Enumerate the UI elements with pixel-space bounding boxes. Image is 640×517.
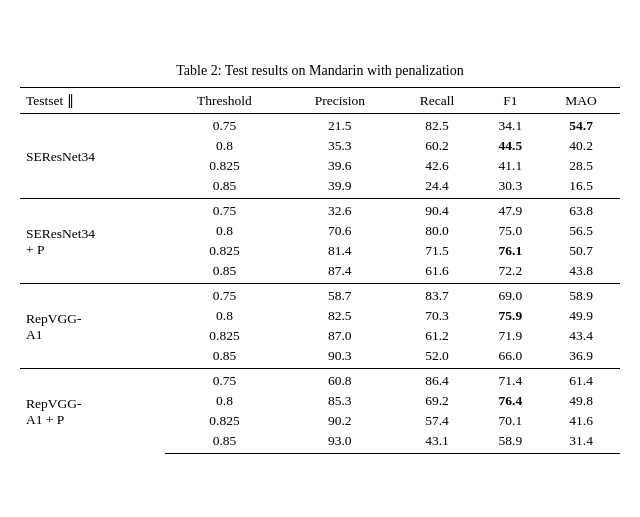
mao-cell: 43.4 — [542, 326, 620, 346]
threshold-cell: 0.8 — [165, 391, 284, 411]
table-row: RepVGG-A10.7558.783.769.058.9 — [20, 284, 620, 307]
threshold-cell: 0.8 — [165, 306, 284, 326]
mao-cell: 41.6 — [542, 411, 620, 431]
recall-cell: 60.2 — [395, 136, 478, 156]
group-label: SEResNet34 — [20, 114, 165, 199]
recall-cell: 80.0 — [395, 221, 478, 241]
table-row: RepVGG-A1 + P0.7560.886.471.461.4 — [20, 369, 620, 392]
f1-cell: 75.9 — [479, 306, 543, 326]
threshold-cell: 0.85 — [165, 176, 284, 199]
precision-cell: 82.5 — [284, 306, 395, 326]
f1-cell: 71.4 — [479, 369, 543, 392]
mao-cell: 56.5 — [542, 221, 620, 241]
threshold-cell: 0.75 — [165, 369, 284, 392]
mao-cell: 61.4 — [542, 369, 620, 392]
f1-cell: 66.0 — [479, 346, 543, 369]
f1-cell: 69.0 — [479, 284, 543, 307]
precision-cell: 58.7 — [284, 284, 395, 307]
precision-cell: 70.6 — [284, 221, 395, 241]
mao-cell: 49.8 — [542, 391, 620, 411]
precision-cell: 35.3 — [284, 136, 395, 156]
recall-cell: 43.1 — [395, 431, 478, 454]
threshold-cell: 0.825 — [165, 156, 284, 176]
recall-cell: 52.0 — [395, 346, 478, 369]
recall-cell: 24.4 — [395, 176, 478, 199]
mao-cell: 36.9 — [542, 346, 620, 369]
precision-cell: 87.4 — [284, 261, 395, 284]
col-header-threshold: Threshold — [165, 88, 284, 114]
mao-cell: 43.8 — [542, 261, 620, 284]
precision-cell: 81.4 — [284, 241, 395, 261]
precision-cell: 60.8 — [284, 369, 395, 392]
f1-cell: 70.1 — [479, 411, 543, 431]
precision-cell: 90.2 — [284, 411, 395, 431]
recall-cell: 82.5 — [395, 114, 478, 137]
recall-cell: 61.2 — [395, 326, 478, 346]
results-table: Testset ∥ThresholdPrecisionRecallF1MAO S… — [20, 87, 620, 454]
recall-cell: 86.4 — [395, 369, 478, 392]
table-row: SEResNet340.7521.582.534.154.7 — [20, 114, 620, 137]
col-header-mao: MAO — [542, 88, 620, 114]
recall-cell: 57.4 — [395, 411, 478, 431]
threshold-cell: 0.85 — [165, 261, 284, 284]
recall-cell: 69.2 — [395, 391, 478, 411]
threshold-cell: 0.825 — [165, 241, 284, 261]
threshold-cell: 0.825 — [165, 326, 284, 346]
recall-cell: 83.7 — [395, 284, 478, 307]
threshold-cell: 0.75 — [165, 199, 284, 222]
f1-cell: 75.0 — [479, 221, 543, 241]
threshold-cell: 0.85 — [165, 346, 284, 369]
recall-cell: 42.6 — [395, 156, 478, 176]
threshold-cell: 0.8 — [165, 136, 284, 156]
threshold-cell: 0.825 — [165, 411, 284, 431]
group-label: SEResNet34+ P — [20, 199, 165, 284]
mao-cell: 49.9 — [542, 306, 620, 326]
recall-cell: 71.5 — [395, 241, 478, 261]
precision-cell: 85.3 — [284, 391, 395, 411]
mao-cell: 63.8 — [542, 199, 620, 222]
f1-cell: 30.3 — [479, 176, 543, 199]
col-header-recall: Recall — [395, 88, 478, 114]
table-row: SEResNet34+ P0.7532.690.447.963.8 — [20, 199, 620, 222]
precision-cell: 21.5 — [284, 114, 395, 137]
f1-cell: 72.2 — [479, 261, 543, 284]
mao-cell: 31.4 — [542, 431, 620, 454]
f1-cell: 76.1 — [479, 241, 543, 261]
mao-cell: 54.7 — [542, 114, 620, 137]
threshold-cell: 0.8 — [165, 221, 284, 241]
f1-cell: 41.1 — [479, 156, 543, 176]
group-label: RepVGG-A1 + P — [20, 369, 165, 454]
f1-cell: 71.9 — [479, 326, 543, 346]
precision-cell: 39.6 — [284, 156, 395, 176]
f1-cell: 34.1 — [479, 114, 543, 137]
precision-cell: 93.0 — [284, 431, 395, 454]
group-label: RepVGG-A1 — [20, 284, 165, 369]
precision-cell: 32.6 — [284, 199, 395, 222]
col-header-testset--: Testset ∥ — [20, 88, 165, 114]
precision-cell: 87.0 — [284, 326, 395, 346]
recall-cell: 70.3 — [395, 306, 478, 326]
threshold-cell: 0.75 — [165, 284, 284, 307]
mao-cell: 40.2 — [542, 136, 620, 156]
mao-cell: 58.9 — [542, 284, 620, 307]
f1-cell: 58.9 — [479, 431, 543, 454]
col-header-precision: Precision — [284, 88, 395, 114]
precision-cell: 90.3 — [284, 346, 395, 369]
table-title: Table 2: Test results on Mandarin with p… — [20, 63, 620, 79]
mao-cell: 28.5 — [542, 156, 620, 176]
mao-cell: 50.7 — [542, 241, 620, 261]
f1-cell: 47.9 — [479, 199, 543, 222]
f1-cell: 76.4 — [479, 391, 543, 411]
table-container: Table 2: Test results on Mandarin with p… — [0, 47, 640, 470]
threshold-cell: 0.75 — [165, 114, 284, 137]
threshold-cell: 0.85 — [165, 431, 284, 454]
f1-cell: 44.5 — [479, 136, 543, 156]
recall-cell: 90.4 — [395, 199, 478, 222]
col-header-f1: F1 — [479, 88, 543, 114]
mao-cell: 16.5 — [542, 176, 620, 199]
precision-cell: 39.9 — [284, 176, 395, 199]
recall-cell: 61.6 — [395, 261, 478, 284]
